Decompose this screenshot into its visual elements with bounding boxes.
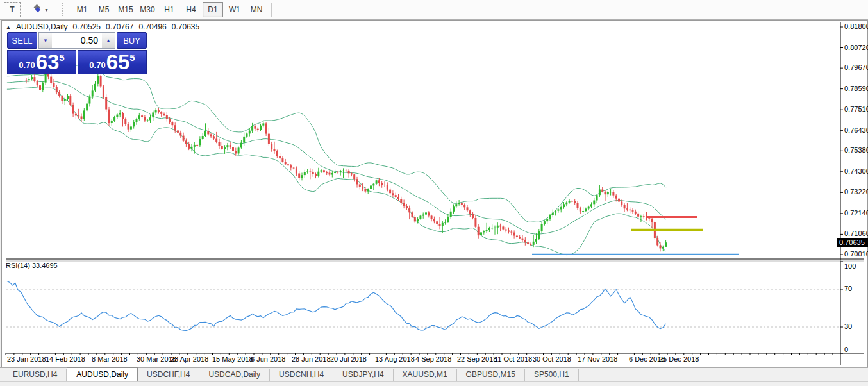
volume-input[interactable] [52,33,102,48]
timeframe-buttons: M1M5M15M30H1H4D1W1MN [71,2,267,17]
date-axis-label: 15 May 2018 [212,355,253,363]
ohlc-close: 0.70635 [172,22,199,31]
timeframe-button-m15[interactable]: M15 [115,2,136,17]
date-axis-label: 13 Aug 2018 [375,355,415,363]
rsi-indicator-label: RSI(14) 33.4695 [6,262,58,269]
volume-up-icon[interactable]: ▲ [102,33,115,48]
ask-prefix: 0.70 [89,60,105,70]
price-axis-label: 0.76430 [844,126,868,134]
date-axis-label: 28 Jun 2018 [292,355,331,363]
price-axis-label: 0.80720 [844,44,868,51]
timeframe-button-d1[interactable]: D1 [203,2,223,17]
volume-spinner: ▼ ▲ [38,32,115,49]
price-axis-label: 0.78590 [844,85,868,92]
sell-button[interactable]: SELL [7,32,37,49]
timeframe-button-h4[interactable]: H4 [181,2,201,17]
timeframe-button-w1[interactable]: W1 [224,2,245,17]
date-axis-label: 20 Jul 2018 [330,355,367,363]
price-axis-label: 0.70010 [844,250,868,258]
toolbar-separator [271,3,272,17]
price-axis-label: 0.79670 [844,63,868,71]
sell-price-panel[interactable]: 0.70 63 5 [7,50,76,74]
status-bar [0,381,868,386]
bid-big-digits: 63 [36,53,60,72]
date-axis-label: 8 Mar 2018 [92,355,128,363]
date-axis-label: 23 Apr 2018 [171,355,208,363]
timeframe-button-m30[interactable]: M30 [137,2,158,17]
ohlc-open: 0.70525 [73,22,101,31]
price-axis-label: 0.77510 [844,105,868,113]
text-label-tool-icon[interactable]: T [4,2,21,17]
chart-tab-eurusd-h4[interactable]: EURUSD,H4 [4,369,67,381]
ask-pipette: 5 [129,52,135,63]
toolbar-drag-handle[interactable] [62,3,66,16]
date-axis-label: 22 Sep 2018 [457,355,497,363]
chart-title: ▲ AUDUSD,Daily 0.70525 0.70767 0.70496 0… [6,22,199,31]
toolbar: T ▼ M1M5M15M30H1H4D1W1MN [0,0,868,20]
chart-tab-xauusd-m1[interactable]: XAUUSD,M1 [394,369,457,381]
rsi-axis-label: 30 [844,323,852,330]
date-axis-label: 4 Sep 2018 [415,355,451,363]
price-axis-label: 0.75380 [844,146,868,154]
dropdown-caret-icon[interactable]: ▼ [44,8,49,12]
bid-prefix: 0.70 [19,60,35,70]
timeframe-button-m5[interactable]: M5 [94,2,114,17]
timeframe-button-h1[interactable]: H1 [159,2,179,17]
price-axis-label: 0.71060 [844,230,868,237]
bid-pipette: 5 [59,52,64,63]
arrows-tool-button[interactable]: ▼ [29,2,52,17]
terminal-window: T ▼ M1M5M15M30H1H4D1W1MN ▲ AUDUSD,Daily … [0,0,868,386]
arrows-tool-icon [32,4,42,15]
chart-tab-usdcnh-h4[interactable]: USDCNH,H4 [270,369,333,381]
rsi-line [7,281,666,331]
buy-button[interactable]: BUY [117,32,147,49]
date-axis-label: 25 Dec 2018 [659,355,699,363]
date-axis-label: 17 Nov 2018 [578,355,617,363]
date-axis-label: 30 Oct 2018 [533,355,571,363]
date-axis-label: 6 Jun 2018 [251,355,285,363]
candles [26,70,667,251]
collapse-chart-icon[interactable]: ▲ [6,24,11,30]
bollinger-bands [7,65,666,255]
timeframe-button-m1[interactable]: M1 [72,2,92,17]
rsi-axis-label: 70 [844,285,852,292]
chart-tab-bar: EURUSD,H4AUDUSD,DailyUSDCHF,H4USDCAD,Dai… [0,367,868,381]
buy-price-panel[interactable]: 0.70 65 5 [78,50,147,74]
chart-tab-audusd-daily[interactable]: AUDUSD,Daily [67,367,138,382]
price-axis-label: 0.72140 [844,209,868,217]
one-click-trading-widget: SELL ▼ ▲ BUY 0.70 63 5 0.70 65 5 [7,32,147,74]
chart-tab-sp500-h1[interactable]: SP500,H1 [525,369,579,381]
date-axis-label: 23 Jan 2018 [7,355,46,363]
ask-big-digits: 65 [106,53,130,72]
price-axis-label: 0.74300 [844,167,868,175]
chart-tab-gbpusd-m15[interactable]: GBPUSD,M15 [457,369,525,381]
chart-symbol-period: AUDUSD,Daily [16,22,68,31]
date-axis-label: 14 Feb 2018 [46,355,85,363]
rsi-axis-label: 100 [844,262,856,270]
chart-tab-usdchf-h4[interactable]: USDCHF,H4 [138,369,199,381]
date-axis-label: 11 Oct 2018 [494,355,532,363]
chart-tab-usdjpy-h4[interactable]: USDJPY,H4 [333,369,393,381]
chart-window: ▲ AUDUSD,Daily 0.70525 0.70767 0.70496 0… [1,20,868,368]
price-axis-label: 0.81800 [844,22,868,30]
current-price-tag: 0.70635 [837,238,868,247]
volume-down-icon[interactable]: ▼ [39,33,52,48]
price-axis-label: 0.73220 [844,188,868,196]
ohlc-high: 0.70767 [106,22,133,31]
timeframe-button-mn[interactable]: MN [246,2,267,17]
rsi-axis-label: 0 [844,346,848,353]
chart-tab-usdcad-daily[interactable]: USDCAD,Daily [199,369,270,381]
ohlc-low: 0.70496 [138,22,166,31]
